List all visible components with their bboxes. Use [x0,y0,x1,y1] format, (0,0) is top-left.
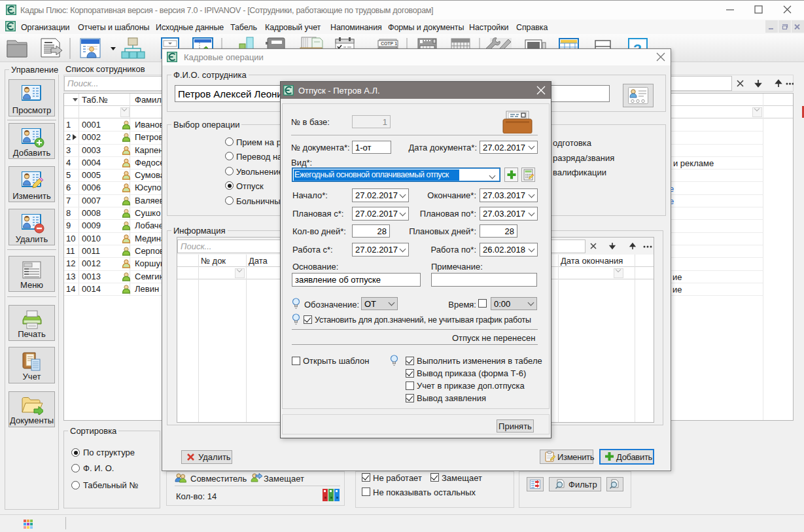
svg-text:СОТР 1: СОТР 1 [381,41,397,46]
